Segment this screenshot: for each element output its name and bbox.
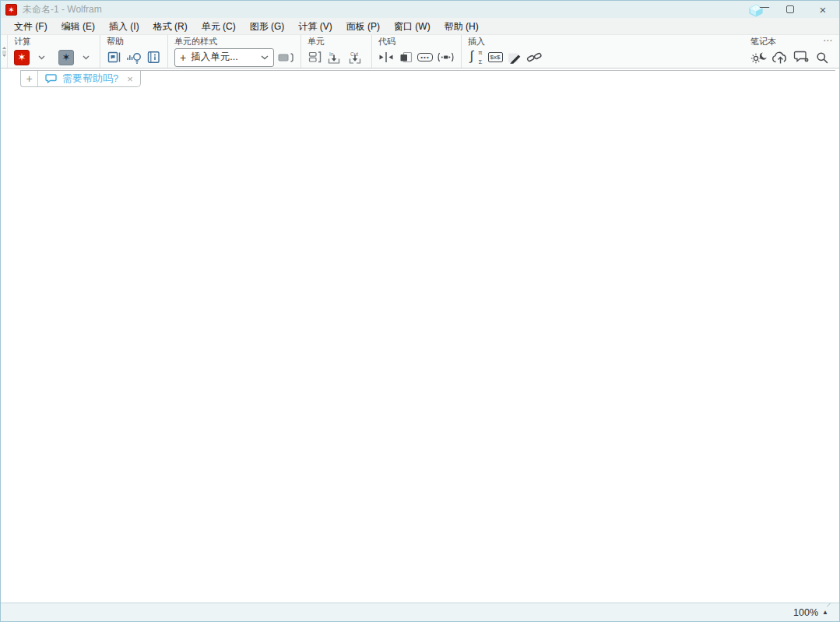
tab-close-button[interactable]: ×: [127, 73, 133, 85]
menu-evaluation[interactable]: 计算 (V): [291, 18, 339, 35]
toolbar: 计算 ✶ ✶ 帮助: [1, 35, 839, 69]
toolbar-spacer: [549, 35, 744, 68]
chat-gear-icon: [793, 51, 810, 64]
minimize-glyph: —: [760, 2, 769, 12]
insert-cell-dropdown-value: 插入单元...: [191, 51, 237, 64]
window-controls: — ×: [741, 1, 839, 18]
toolbar-group-evaluate: 计算 ✶ ✶: [8, 35, 100, 68]
chevron-down-icon: [38, 55, 45, 60]
plus-icon: +: [180, 51, 186, 64]
new-tab-button[interactable]: +: [21, 71, 38, 86]
extend-selection-button[interactable]: [378, 48, 394, 67]
window-title: 未命名-1 - Wolfram: [23, 3, 102, 16]
iconize-parens-icon: [437, 52, 455, 62]
magnification-control[interactable]: 100% ▲: [793, 607, 828, 618]
toolbar-group-cell-style: 单元的样式 + 插入单元...: [167, 35, 301, 68]
pen-marker-icon: [508, 51, 522, 64]
chevron-down-icon: [83, 55, 90, 60]
cloud-publish-button[interactable]: [771, 48, 789, 67]
statusbar: 100% ▲: [1, 603, 839, 621]
toolbar-group-code: 代码 •••: [371, 35, 461, 68]
chat-bubble-icon: [45, 74, 57, 83]
help-tab-label: 需要帮助吗?: [62, 72, 118, 86]
wolfram-spikey-icon: ✶: [5, 4, 17, 16]
menu-format[interactable]: 格式 (R): [146, 18, 195, 35]
format-code-button[interactable]: [398, 48, 413, 67]
group-label: 代码: [378, 37, 455, 47]
evaluate-menu-chevron[interactable]: [33, 48, 49, 67]
tex-box-icon: $x$: [488, 52, 503, 62]
toolbar-collapse-handle[interactable]: [1, 35, 8, 68]
maximize-square-icon: [786, 5, 794, 13]
resize-grip[interactable]: [827, 603, 839, 607]
cell-rect-bracket-icon: [278, 52, 294, 63]
menu-cell[interactable]: 单元 (C): [195, 18, 243, 35]
close-button[interactable]: ×: [807, 1, 839, 18]
evaluate-button[interactable]: ✶: [14, 50, 30, 65]
dynamic-menu-chevron[interactable]: [78, 48, 93, 67]
magnification-value: 100%: [793, 607, 818, 618]
group-label: 帮助: [107, 37, 161, 47]
arrow-cut-cell-icon: Cut: [348, 51, 365, 65]
menu-edit[interactable]: 编辑 (E): [54, 18, 102, 35]
svg-text:Cut: Cut: [350, 51, 358, 56]
group-label: 计算: [14, 37, 93, 47]
lightbulb-bars-icon: [126, 51, 142, 65]
tab-assembly: + 需要帮助吗? ×: [20, 71, 141, 87]
insert-cell-dropdown[interactable]: + 插入单元...: [174, 48, 274, 67]
freeform-input-button[interactable]: [507, 48, 522, 67]
doc-chat-square-icon: [107, 51, 121, 64]
toolbar-group-insert: 插入 ∫ π Σ $x$: [461, 35, 549, 68]
toolbar-group-cell: 单元 In: [301, 35, 371, 68]
titlebar: ✶ 未命名-1 - Wolfram — ×: [1, 1, 839, 18]
cells-bracket-icon: [308, 51, 322, 64]
docked-tab-row: + 需要帮助吗? ×: [1, 69, 839, 88]
notebook-canvas[interactable]: [2, 88, 838, 603]
comment-button[interactable]: •••: [417, 48, 433, 67]
magnifier-icon: [816, 51, 828, 64]
framed-square-icon: [399, 51, 413, 63]
menubar: 文件 (F) 编辑 (E) 插入 (I) 格式 (R) 单元 (C) 图形 (G…: [1, 18, 839, 35]
hyperlink-button[interactable]: [526, 48, 543, 67]
dots-pill-icon: •••: [417, 53, 433, 61]
maximize-button[interactable]: [774, 1, 807, 18]
menu-graphics[interactable]: 图形 (G): [243, 18, 292, 35]
magnification-arrow-icon: ▲: [822, 609, 828, 616]
group-label: 笔记本: [750, 37, 830, 47]
math-template-button[interactable]: ∫ π Σ: [468, 48, 483, 67]
sun-moon-icon: [750, 51, 768, 64]
dynamic-button[interactable]: ✶: [58, 50, 74, 65]
group-label: 插入: [468, 37, 543, 47]
feedback-button[interactable]: [793, 48, 810, 67]
inline-tex-button[interactable]: $x$: [487, 48, 503, 67]
arrow-into-cell-icon: In: [327, 51, 344, 65]
carets-bar-icon: [378, 52, 394, 62]
cloud-upload-icon: [771, 51, 789, 64]
toolbar-overflow-button[interactable]: ⋯: [823, 35, 833, 46]
menu-insert[interactable]: 插入 (I): [102, 18, 146, 35]
divide-cell-button[interactable]: Cut: [348, 48, 365, 67]
notebook-top-divider: [20, 70, 835, 71]
menu-window[interactable]: 窗口 (W): [387, 18, 438, 35]
reference-book-button[interactable]: [146, 48, 161, 67]
menu-help[interactable]: 帮助 (H): [438, 18, 486, 35]
menu-file[interactable]: 文件 (F): [7, 18, 54, 35]
tips-button[interactable]: [126, 48, 142, 67]
minimize-button[interactable]: —: [741, 1, 774, 18]
group-label: 单元: [308, 37, 365, 47]
toolbar-group-help: 帮助: [100, 35, 167, 68]
group-cells-button[interactable]: [308, 48, 323, 67]
documentation-button[interactable]: [107, 48, 122, 67]
theme-toggle-button[interactable]: [750, 48, 768, 67]
menu-palettes[interactable]: 面板 (P): [339, 18, 387, 35]
book-info-icon: [147, 51, 160, 64]
group-label: 单元的样式: [174, 37, 294, 47]
search-button[interactable]: [814, 48, 830, 67]
merge-cells-button[interactable]: In: [327, 48, 344, 67]
cell-appearance-button[interactable]: [278, 48, 294, 67]
iconize-button[interactable]: [437, 48, 455, 67]
link-chain-icon: [526, 52, 543, 62]
svg-text:In: In: [329, 51, 334, 56]
help-tab[interactable]: 需要帮助吗? ×: [38, 71, 140, 86]
wolfram-notebook-window: ✶ 未命名-1 - Wolfram — × 文件 (F) 编辑 (E) 插入 (…: [0, 0, 840, 622]
